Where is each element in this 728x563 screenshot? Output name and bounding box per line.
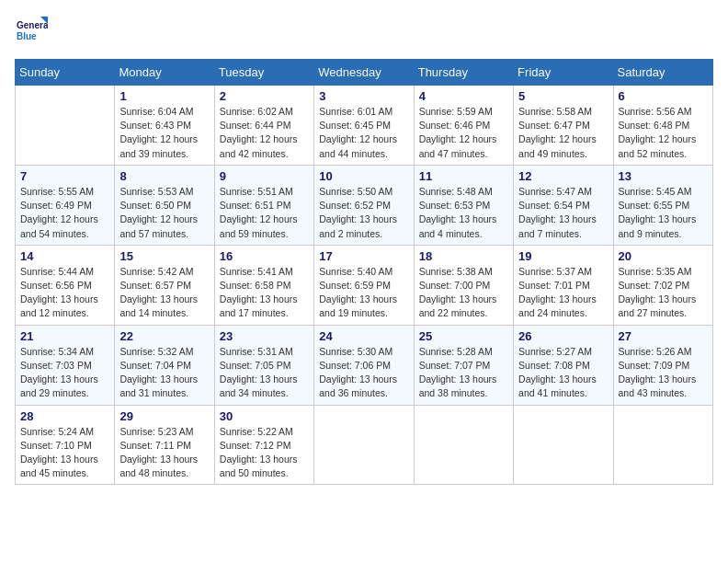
day-info: Sunrise: 5:48 AMSunset: 6:53 PMDaylight:… [419, 185, 508, 241]
day-info: Sunrise: 5:41 AMSunset: 6:58 PMDaylight:… [220, 265, 309, 321]
day-number: 9 [220, 169, 309, 183]
calendar-cell: 26Sunrise: 5:27 AMSunset: 7:08 PMDayligh… [514, 325, 613, 405]
calendar-cell: 23Sunrise: 5:31 AMSunset: 7:05 PMDayligh… [214, 325, 313, 405]
day-info: Sunrise: 5:31 AMSunset: 7:05 PMDaylight:… [220, 345, 309, 401]
day-number: 22 [119, 329, 209, 343]
day-number: 12 [518, 169, 608, 183]
day-number: 16 [220, 249, 309, 263]
col-header-monday: Monday [115, 60, 214, 86]
day-number: 25 [419, 329, 508, 343]
calendar-cell: 6Sunrise: 5:56 AMSunset: 6:48 PMDaylight… [613, 86, 712, 166]
day-number: 4 [419, 89, 508, 103]
day-number: 27 [619, 329, 708, 343]
day-number: 20 [619, 249, 708, 263]
calendar-cell: 20Sunrise: 5:35 AMSunset: 7:02 PMDayligh… [613, 245, 712, 325]
day-number: 2 [220, 89, 309, 103]
calendar-cell: 30Sunrise: 5:22 AMSunset: 7:12 PMDayligh… [214, 405, 313, 485]
day-number: 30 [220, 409, 309, 423]
logo: General Blue [15, 15, 48, 48]
calendar-cell: 16Sunrise: 5:41 AMSunset: 6:58 PMDayligh… [214, 245, 313, 325]
calendar-cell [613, 405, 712, 485]
day-info: Sunrise: 5:45 AMSunset: 6:55 PMDaylight:… [619, 185, 708, 241]
calendar-table: SundayMondayTuesdayWednesdayThursdayFrid… [15, 59, 713, 485]
calendar-week-1: 1Sunrise: 6:04 AMSunset: 6:43 PMDaylight… [16, 86, 713, 166]
day-info: Sunrise: 5:55 AMSunset: 6:49 PMDaylight:… [20, 185, 109, 241]
day-info: Sunrise: 5:38 AMSunset: 7:00 PMDaylight:… [419, 265, 508, 321]
calendar-cell: 15Sunrise: 5:42 AMSunset: 6:57 PMDayligh… [115, 245, 214, 325]
day-info: Sunrise: 5:34 AMSunset: 7:03 PMDaylight:… [20, 345, 109, 401]
day-info: Sunrise: 5:40 AMSunset: 6:59 PMDaylight:… [319, 265, 408, 321]
day-info: Sunrise: 6:04 AMSunset: 6:43 PMDaylight:… [119, 105, 209, 161]
col-header-tuesday: Tuesday [214, 60, 313, 86]
day-info: Sunrise: 5:24 AMSunset: 7:10 PMDaylight:… [20, 425, 109, 481]
day-info: Sunrise: 5:22 AMSunset: 7:12 PMDaylight:… [220, 425, 309, 481]
day-info: Sunrise: 5:56 AMSunset: 6:48 PMDaylight:… [619, 105, 708, 161]
day-number: 23 [220, 329, 309, 343]
calendar-week-3: 14Sunrise: 5:44 AMSunset: 6:56 PMDayligh… [16, 245, 713, 325]
calendar-cell [414, 405, 513, 485]
calendar-cell: 10Sunrise: 5:50 AMSunset: 6:52 PMDayligh… [314, 165, 414, 245]
day-number: 5 [518, 89, 608, 103]
day-number: 18 [419, 249, 508, 263]
day-number: 21 [20, 329, 109, 343]
day-info: Sunrise: 5:27 AMSunset: 7:08 PMDaylight:… [518, 345, 608, 401]
day-info: Sunrise: 5:42 AMSunset: 6:57 PMDaylight:… [119, 265, 209, 321]
calendar-header-row: SundayMondayTuesdayWednesdayThursdayFrid… [16, 60, 713, 86]
calendar-cell: 12Sunrise: 5:47 AMSunset: 6:54 PMDayligh… [514, 165, 613, 245]
day-number: 11 [419, 169, 508, 183]
day-info: Sunrise: 5:47 AMSunset: 6:54 PMDaylight:… [518, 185, 608, 241]
calendar-cell: 28Sunrise: 5:24 AMSunset: 7:10 PMDayligh… [16, 405, 115, 485]
day-info: Sunrise: 5:32 AMSunset: 7:04 PMDaylight:… [119, 345, 209, 401]
day-number: 17 [319, 249, 408, 263]
calendar-cell: 11Sunrise: 5:48 AMSunset: 6:53 PMDayligh… [414, 165, 513, 245]
col-header-wednesday: Wednesday [314, 60, 414, 86]
calendar-cell: 29Sunrise: 5:23 AMSunset: 7:11 PMDayligh… [115, 405, 214, 485]
calendar-cell: 22Sunrise: 5:32 AMSunset: 7:04 PMDayligh… [115, 325, 214, 405]
calendar-cell: 9Sunrise: 5:51 AMSunset: 6:51 PMDaylight… [214, 165, 313, 245]
day-info: Sunrise: 5:26 AMSunset: 7:09 PMDaylight:… [619, 345, 708, 401]
logo-icon: General Blue [15, 15, 48, 48]
day-info: Sunrise: 5:59 AMSunset: 6:46 PMDaylight:… [419, 105, 508, 161]
calendar-cell: 3Sunrise: 6:01 AMSunset: 6:45 PMDaylight… [314, 86, 414, 166]
col-header-thursday: Thursday [414, 60, 513, 86]
day-number: 19 [518, 249, 608, 263]
day-number: 13 [619, 169, 708, 183]
day-info: Sunrise: 6:01 AMSunset: 6:45 PMDaylight:… [319, 105, 408, 161]
calendar-week-5: 28Sunrise: 5:24 AMSunset: 7:10 PMDayligh… [16, 405, 713, 485]
day-number: 10 [319, 169, 408, 183]
day-number: 7 [20, 169, 109, 183]
day-info: Sunrise: 5:51 AMSunset: 6:51 PMDaylight:… [220, 185, 309, 241]
calendar-cell: 21Sunrise: 5:34 AMSunset: 7:03 PMDayligh… [16, 325, 115, 405]
day-number: 24 [319, 329, 408, 343]
calendar-cell: 19Sunrise: 5:37 AMSunset: 7:01 PMDayligh… [514, 245, 613, 325]
page-header: General Blue [15, 15, 713, 48]
calendar-cell: 1Sunrise: 6:04 AMSunset: 6:43 PMDaylight… [115, 86, 214, 166]
svg-text:General: General [17, 20, 48, 30]
calendar-cell: 7Sunrise: 5:55 AMSunset: 6:49 PMDaylight… [16, 165, 115, 245]
calendar-cell: 13Sunrise: 5:45 AMSunset: 6:55 PMDayligh… [613, 165, 712, 245]
day-number: 29 [119, 409, 209, 423]
col-header-sunday: Sunday [16, 60, 115, 86]
day-number: 8 [119, 169, 209, 183]
calendar-cell: 4Sunrise: 5:59 AMSunset: 6:46 PMDaylight… [414, 86, 513, 166]
day-info: Sunrise: 5:44 AMSunset: 6:56 PMDaylight:… [20, 265, 109, 321]
day-number: 6 [619, 89, 708, 103]
svg-text:Blue: Blue [17, 31, 37, 41]
col-header-friday: Friday [514, 60, 613, 86]
calendar-week-4: 21Sunrise: 5:34 AMSunset: 7:03 PMDayligh… [16, 325, 713, 405]
calendar-cell: 2Sunrise: 6:02 AMSunset: 6:44 PMDaylight… [214, 86, 313, 166]
day-info: Sunrise: 5:35 AMSunset: 7:02 PMDaylight:… [619, 265, 708, 321]
calendar-cell: 18Sunrise: 5:38 AMSunset: 7:00 PMDayligh… [414, 245, 513, 325]
calendar-cell [514, 405, 613, 485]
calendar-cell: 25Sunrise: 5:28 AMSunset: 7:07 PMDayligh… [414, 325, 513, 405]
day-info: Sunrise: 5:30 AMSunset: 7:06 PMDaylight:… [319, 345, 408, 401]
day-number: 26 [518, 329, 608, 343]
day-info: Sunrise: 5:37 AMSunset: 7:01 PMDaylight:… [518, 265, 608, 321]
day-info: Sunrise: 5:50 AMSunset: 6:52 PMDaylight:… [319, 185, 408, 241]
col-header-saturday: Saturday [613, 60, 712, 86]
calendar-cell [314, 405, 414, 485]
day-number: 15 [119, 249, 209, 263]
day-info: Sunrise: 6:02 AMSunset: 6:44 PMDaylight:… [220, 105, 309, 161]
calendar-cell: 27Sunrise: 5:26 AMSunset: 7:09 PMDayligh… [613, 325, 712, 405]
day-info: Sunrise: 5:58 AMSunset: 6:47 PMDaylight:… [518, 105, 608, 161]
